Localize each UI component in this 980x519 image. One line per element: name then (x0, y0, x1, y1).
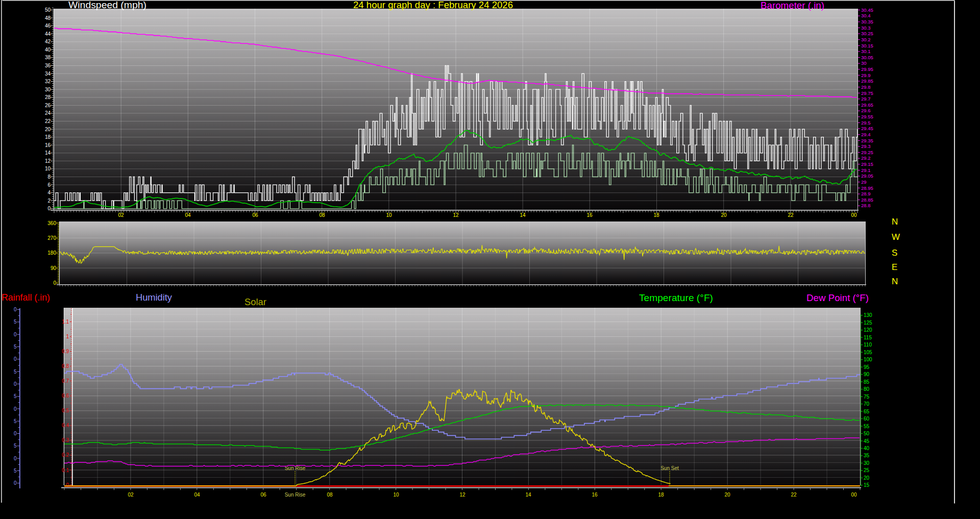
svg-text:Sun Rise: Sun Rise (285, 492, 306, 498)
svg-text:100: 100 (864, 357, 872, 362)
svg-text:0.3: 0.3 (62, 437, 69, 443)
svg-text:S: S (892, 248, 897, 258)
svg-text:16: 16 (592, 492, 598, 498)
svg-text:90: 90 (864, 372, 870, 377)
svg-text:08: 08 (319, 212, 325, 218)
svg-text:6: 6 (47, 182, 51, 188)
svg-text:Barometer (.in): Barometer (.in) (761, 0, 824, 11)
svg-text:46: 46 (45, 23, 51, 29)
svg-text:29.8: 29.8 (861, 84, 871, 90)
svg-text:0: 0 (14, 332, 17, 337)
svg-text:06: 06 (252, 212, 258, 218)
svg-text:5: 5 (14, 369, 17, 375)
svg-text:29.1: 29.1 (861, 167, 871, 173)
svg-text:270: 270 (47, 235, 56, 241)
svg-text:0: 0 (53, 280, 56, 286)
svg-text:95: 95 (864, 364, 870, 370)
svg-text:38: 38 (45, 55, 51, 60)
svg-text:12: 12 (459, 492, 465, 498)
svg-text:29.6: 29.6 (861, 108, 871, 113)
svg-text:Solar: Solar (244, 296, 267, 307)
svg-text:360: 360 (47, 220, 56, 226)
svg-text:29.85: 29.85 (861, 78, 873, 84)
svg-text:0: 0 (14, 431, 17, 436)
svg-text:5: 5 (14, 468, 17, 474)
svg-text:28.8: 28.8 (861, 203, 871, 208)
svg-text:12: 12 (45, 158, 51, 164)
svg-text:Sun Set: Sun Set (660, 465, 679, 471)
svg-text:29.45: 29.45 (861, 126, 873, 131)
svg-text:06: 06 (260, 492, 266, 498)
svg-text:4: 4 (47, 190, 51, 195)
svg-text:Dew Point (°F): Dew Point (°F) (806, 292, 869, 303)
svg-text:12: 12 (453, 212, 459, 218)
svg-text:0.8: 0.8 (62, 363, 69, 369)
svg-text:E: E (892, 262, 897, 272)
svg-text:55: 55 (864, 424, 870, 429)
svg-text:22: 22 (788, 212, 794, 218)
svg-text:50: 50 (864, 431, 870, 436)
svg-text:24: 24 (45, 110, 51, 116)
svg-text:24 hour graph day : February 2: 24 hour graph day : February 24 2026 (353, 0, 513, 10)
svg-text:18: 18 (653, 212, 659, 218)
svg-text:30.45: 30.45 (861, 7, 873, 13)
svg-text:5: 5 (14, 443, 17, 449)
svg-text:105: 105 (864, 350, 872, 355)
svg-text:65: 65 (864, 409, 870, 414)
svg-text:29.9: 29.9 (861, 72, 871, 78)
svg-text:04: 04 (194, 492, 200, 498)
svg-text:5: 5 (14, 319, 17, 325)
svg-text:14: 14 (520, 212, 526, 218)
svg-text:60: 60 (864, 416, 870, 422)
svg-text:42: 42 (45, 39, 51, 44)
svg-text:10: 10 (386, 212, 392, 218)
svg-text:44: 44 (45, 31, 51, 37)
svg-text:30.2: 30.2 (861, 37, 871, 42)
svg-text:35: 35 (864, 453, 870, 458)
svg-text:20: 20 (45, 127, 51, 132)
svg-text:30.05: 30.05 (861, 55, 873, 60)
svg-text:0.7: 0.7 (62, 378, 69, 384)
svg-text:80: 80 (864, 386, 870, 392)
svg-text:5: 5 (14, 344, 17, 350)
svg-text:N: N (892, 217, 898, 227)
svg-text:30: 30 (864, 460, 870, 466)
svg-text:0: 0 (14, 480, 17, 486)
svg-text:0.1: 0.1 (62, 467, 69, 473)
svg-text:30.3: 30.3 (861, 25, 871, 31)
svg-text:W: W (892, 232, 900, 242)
svg-text:29.5: 29.5 (861, 120, 871, 126)
svg-text:14: 14 (525, 492, 531, 498)
svg-text:14: 14 (45, 150, 51, 156)
svg-text:0: 0 (14, 356, 17, 362)
svg-text:Rainfall (.in): Rainfall (.in) (2, 292, 50, 303)
svg-text:0.5: 0.5 (62, 408, 69, 413)
svg-text:Windspeed (mph): Windspeed (mph) (68, 0, 146, 10)
svg-text:32: 32 (45, 79, 51, 84)
svg-text:18: 18 (45, 134, 51, 140)
svg-text:29.55: 29.55 (861, 114, 873, 119)
svg-text:125: 125 (864, 320, 872, 326)
svg-text:28.9: 28.9 (861, 191, 871, 196)
svg-text:29.7: 29.7 (861, 96, 871, 102)
svg-text:1: 1 (66, 334, 69, 339)
svg-text:110: 110 (864, 342, 872, 348)
svg-text:40: 40 (864, 446, 870, 451)
svg-text:Humidity: Humidity (136, 292, 172, 303)
svg-text:30: 30 (45, 87, 51, 92)
svg-text:0: 0 (47, 206, 51, 211)
svg-text:00: 00 (851, 212, 857, 218)
svg-text:25: 25 (864, 467, 870, 473)
svg-text:29.05: 29.05 (861, 173, 873, 179)
svg-text:30.15: 30.15 (861, 43, 873, 48)
svg-text:08: 08 (327, 492, 333, 498)
svg-text:0.4: 0.4 (62, 423, 69, 428)
svg-text:10: 10 (393, 492, 399, 498)
svg-text:180: 180 (47, 250, 56, 256)
svg-text:85: 85 (864, 379, 870, 385)
svg-text:04: 04 (185, 212, 191, 218)
svg-text:0: 0 (66, 482, 69, 488)
svg-text:29: 29 (861, 179, 867, 185)
svg-text:0.9: 0.9 (62, 349, 69, 354)
svg-text:26: 26 (45, 103, 51, 108)
